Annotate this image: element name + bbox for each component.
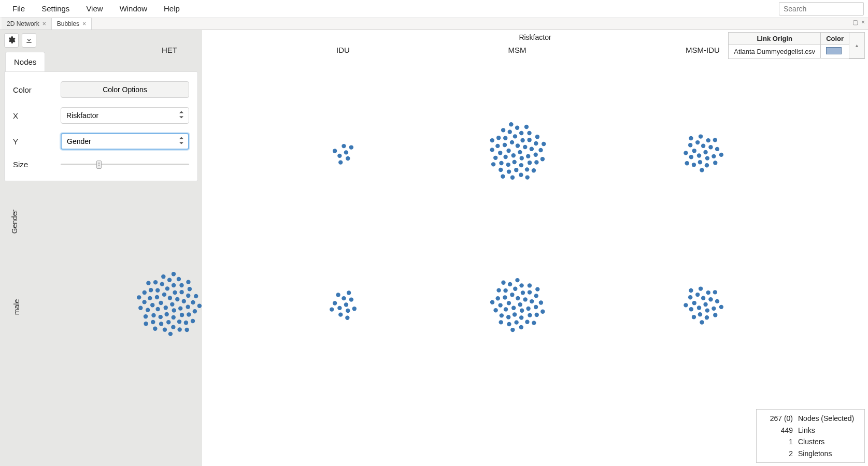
svg-point-18 <box>519 163 523 167</box>
svg-point-50 <box>491 162 495 166</box>
svg-point-14 <box>510 140 514 144</box>
search-input[interactable] <box>779 2 864 16</box>
y-label: Y <box>13 137 61 146</box>
svg-point-206 <box>705 315 709 319</box>
svg-point-201 <box>698 312 702 316</box>
menu-help[interactable]: Help <box>155 1 188 16</box>
svg-point-190 <box>490 300 494 304</box>
svg-point-194 <box>540 309 545 313</box>
color-options-button[interactable]: Color Options <box>61 81 189 98</box>
svg-point-1 <box>337 153 341 157</box>
svg-point-96 <box>180 313 184 317</box>
svg-point-5 <box>349 145 353 149</box>
svg-point-19 <box>503 143 507 147</box>
svg-point-204 <box>689 307 693 311</box>
window-controls: ▢ × <box>852 19 865 26</box>
svg-point-104 <box>177 319 181 324</box>
y-select[interactable]: Gender <box>61 133 189 150</box>
panel-tab-nodes[interactable]: Nodes <box>5 52 45 71</box>
svg-point-111 <box>179 283 183 287</box>
gear-icon <box>7 36 16 46</box>
size-label: Size <box>13 160 61 169</box>
svg-point-152 <box>518 302 522 307</box>
menu-view[interactable]: View <box>78 1 111 16</box>
close-icon[interactable]: × <box>82 20 86 27</box>
svg-point-199 <box>692 301 696 305</box>
svg-point-2 <box>341 144 346 148</box>
svg-point-165 <box>530 299 534 303</box>
size-slider[interactable] <box>61 159 189 169</box>
color-label: Color <box>13 85 61 94</box>
legend-scrollbar[interactable]: ▲ <box>849 33 864 58</box>
svg-point-216 <box>719 305 723 309</box>
svg-point-82 <box>168 296 172 300</box>
menu-window[interactable]: Window <box>111 1 155 16</box>
svg-point-120 <box>163 328 167 332</box>
svg-point-151 <box>345 315 349 319</box>
stats-links-label: Links <box>798 425 859 436</box>
tab-bubbles[interactable]: Bubbles × <box>52 18 92 30</box>
tab-2d-network[interactable]: 2D Network × <box>2 18 52 30</box>
svg-point-42 <box>499 168 503 172</box>
svg-point-53 <box>490 138 494 142</box>
legend-color-swatch[interactable] <box>821 45 849 59</box>
svg-point-177 <box>495 296 500 300</box>
svg-point-95 <box>165 286 169 290</box>
svg-point-150 <box>346 290 350 295</box>
maximize-icon[interactable]: ▢ <box>852 19 858 26</box>
svg-point-24 <box>498 151 502 155</box>
svg-point-86 <box>165 312 169 316</box>
svg-point-116 <box>167 278 172 282</box>
svg-point-8 <box>511 153 516 157</box>
stats-clusters-count: 1 <box>762 436 793 447</box>
download-icon <box>25 36 33 46</box>
close-icon[interactable]: × <box>42 20 46 27</box>
svg-point-60 <box>705 156 709 160</box>
stats-singletons-count: 2 <box>762 448 793 459</box>
svg-point-192 <box>510 328 515 332</box>
svg-point-108 <box>160 282 164 286</box>
svg-point-195 <box>703 302 707 307</box>
svg-point-46 <box>535 135 539 139</box>
svg-point-79 <box>685 161 689 165</box>
svg-point-80 <box>170 302 174 307</box>
svg-point-89 <box>156 307 160 311</box>
svg-point-115 <box>151 320 155 324</box>
svg-point-202 <box>695 293 700 297</box>
svg-point-33 <box>534 141 538 145</box>
svg-point-137 <box>172 272 176 276</box>
svg-point-3 <box>346 156 350 160</box>
svg-point-131 <box>138 306 143 310</box>
svg-point-7 <box>518 150 522 154</box>
svg-point-168 <box>528 313 532 317</box>
svg-point-34 <box>507 170 511 174</box>
svg-point-61 <box>692 149 696 153</box>
settings-button[interactable] <box>4 33 19 48</box>
svg-point-200 <box>708 297 713 301</box>
download-button[interactable] <box>22 33 36 48</box>
svg-point-17 <box>521 138 525 142</box>
svg-point-188 <box>515 278 519 282</box>
svg-point-124 <box>177 277 181 281</box>
svg-point-209 <box>692 315 696 319</box>
slider-thumb[interactable] <box>96 161 102 169</box>
x-select[interactable]: Riskfactor <box>61 107 189 124</box>
x-category-msm-idu: MSM-IDU <box>686 46 720 54</box>
svg-point-9 <box>516 144 520 148</box>
svg-point-59 <box>701 144 705 148</box>
legend-origin-value: Atlanta Dummyedgelist.csv <box>729 45 820 59</box>
svg-point-129 <box>161 274 165 279</box>
svg-point-215 <box>689 288 693 293</box>
svg-point-166 <box>506 315 510 319</box>
menu-settings[interactable]: Settings <box>33 1 78 16</box>
svg-point-185 <box>496 288 501 292</box>
svg-point-210 <box>699 286 703 290</box>
menu-file[interactable]: File <box>4 1 33 16</box>
bubble-cluster <box>327 288 360 323</box>
y-category-male: male <box>12 299 21 315</box>
svg-point-49 <box>540 157 545 161</box>
legend-col-origin: Link Origin <box>729 33 820 45</box>
svg-point-133 <box>168 332 173 336</box>
close-icon[interactable]: × <box>861 19 865 26</box>
svg-point-74 <box>684 151 688 155</box>
